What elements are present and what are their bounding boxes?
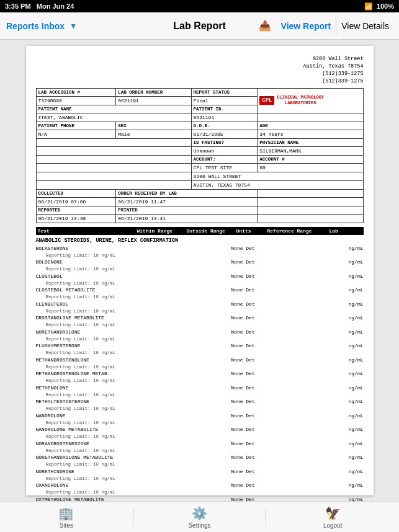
logout-label: Logout bbox=[323, 522, 343, 529]
printed-date: 06/21/2019 13:41 bbox=[116, 214, 258, 223]
test-reporting-limit: Reporting Limit: 10 ng/mL bbox=[46, 266, 364, 273]
test-row: OXYMETHOLONE METABOLITE None Det ng/mL bbox=[36, 496, 364, 502]
test-result: None Det bbox=[218, 412, 268, 420]
test-unit: ng/mL bbox=[326, 301, 364, 308]
test-name: DROSTANOLONE METABOLITE bbox=[36, 314, 160, 322]
test-name: NORETHANDROLONE METABOLITE bbox=[36, 454, 160, 461]
test-row: FLUOXYMESTERONE None Det ng/mL bbox=[36, 342, 364, 350]
test-row: DROSTANOLONE METABOLITE None Det ng/mL bbox=[36, 314, 364, 322]
test-name: BOLDENONE bbox=[36, 259, 160, 266]
test-unit: ng/mL bbox=[326, 384, 364, 392]
test-reporting-limit: Reporting Limit: 10 ng/mL bbox=[46, 336, 364, 343]
test-result: None Det bbox=[218, 468, 268, 476]
test-row: NANDROLONE METABOLITE None Det ng/mL bbox=[36, 426, 364, 433]
sites-label: Sites bbox=[60, 522, 73, 529]
is-fasting: Unknown bbox=[191, 146, 258, 155]
test-result: None Det bbox=[218, 245, 268, 252]
test-reporting-limit: Reporting Limit: 10 ng/mL bbox=[46, 378, 364, 384]
test-reporting-limit: Reporting Limit: 10 ng/mL bbox=[46, 308, 364, 315]
test-result: None Det bbox=[218, 496, 268, 502]
test-row: NORETHANDROLONE None Det ng/mL bbox=[36, 329, 364, 336]
test-reporting-limit: Reporting Limit: 10 ng/mL bbox=[46, 252, 364, 259]
test-row: BOLASTERONE None Det ng/mL bbox=[36, 245, 364, 252]
settings-icon: ⚙️ bbox=[192, 506, 207, 521]
test-result: None Det bbox=[218, 259, 268, 266]
status-bar: 3:35 PM Mon Jun 24 ️📶 100% bbox=[0, 0, 399, 12]
tab-sites[interactable]: 🏢 Sites bbox=[0, 506, 133, 529]
date-display: Mon Jun 24 bbox=[37, 2, 74, 10]
view-details-button[interactable]: View Details bbox=[336, 17, 394, 35]
accession-number: T3290890 bbox=[36, 96, 116, 105]
patient-id: 0621191 bbox=[191, 113, 258, 122]
test-row: NORETHANDROLONE METABOLITE None Det ng/m… bbox=[36, 454, 364, 461]
status-time: 3:35 PM Mon Jun 24 bbox=[5, 2, 74, 10]
test-name: METHANDROSTENOLONE bbox=[36, 357, 160, 364]
status-right: ️📶 100% bbox=[364, 2, 394, 11]
test-reporting-limit: Reporting Limit: 10 ng/mL bbox=[46, 392, 364, 399]
test-name: CLOSTEBOL METABOLITE bbox=[36, 286, 160, 294]
test-reporting-limit: Reporting Limit: 10 ng/mL bbox=[46, 364, 364, 371]
test-reporting-limit: Reporting Limit: 10 ng/mL bbox=[46, 489, 364, 496]
test-unit: ng/mL bbox=[326, 357, 364, 364]
test-row: METHENOLONE None Det ng/mL bbox=[36, 384, 364, 392]
test-unit: ng/mL bbox=[326, 454, 364, 461]
lab-info-table: LAB ACCESSION # LAB ORDER NUMBER REPORT … bbox=[36, 88, 364, 223]
reported-date: 06/21/2019 13:38 bbox=[36, 214, 116, 223]
reports-inbox-link[interactable]: Reports Inbox bbox=[6, 21, 65, 31]
logout-icon: 🦅 bbox=[325, 506, 341, 521]
patient-dob: 01/31/1985 bbox=[191, 130, 258, 138]
col-within-range: Within Range bbox=[135, 228, 185, 234]
test-result: None Det bbox=[218, 342, 268, 350]
lab-address-1: 9200 Wall Street bbox=[303, 56, 364, 63]
col-units: Units bbox=[235, 228, 266, 234]
nav-title: Lab Report bbox=[173, 20, 225, 32]
test-reporting-limit: Reporting Limit: 10 ng/mL bbox=[46, 294, 364, 301]
test-result: None Det bbox=[218, 329, 268, 336]
report-page: 9200 Wall Street Austin, Texas 78754 (51… bbox=[26, 46, 374, 495]
test-row: BOLDENONE None Det ng/mL bbox=[36, 259, 364, 266]
time-display: 3:35 PM bbox=[5, 2, 31, 10]
test-reporting-limit: Reporting Limit: 10 ng/mL bbox=[46, 476, 364, 482]
view-report-button[interactable]: View Report bbox=[276, 17, 337, 35]
test-name: BOLASTERONE bbox=[36, 245, 160, 252]
test-unit: ng/mL bbox=[326, 440, 364, 448]
column-headers: Test Within Range Outside Range Units Re… bbox=[36, 227, 364, 235]
test-name: METHENOLONE bbox=[36, 384, 160, 392]
test-reporting-limit: Reporting Limit: 10 ng/mL bbox=[46, 280, 364, 287]
test-name: NANDROLONE bbox=[36, 412, 160, 420]
test-name: OXYMETHOLONE METABOLITE bbox=[36, 496, 160, 502]
test-name: OXANDROLONE bbox=[36, 482, 160, 489]
account-number: 60 bbox=[258, 163, 363, 172]
test-reporting-limit: Reporting Limit: 10 ng/mL bbox=[46, 406, 364, 412]
test-name: NORETHANDROLONE bbox=[36, 329, 160, 336]
test-reporting-limit: Reporting Limit: 10 ng/mL bbox=[46, 350, 364, 357]
test-unit: ng/mL bbox=[326, 259, 364, 266]
patient-phone: N/A bbox=[36, 130, 116, 138]
test-unit: ng/mL bbox=[326, 482, 364, 489]
test-unit: ng/mL bbox=[326, 398, 364, 406]
test-results: BOLASTERONE None Det ng/mL Reporting Lim… bbox=[36, 245, 364, 502]
test-name: CLENBUTEROL bbox=[36, 301, 160, 308]
account-name: CPL TEST SITE bbox=[191, 163, 258, 172]
test-result: None Det bbox=[218, 301, 268, 308]
test-reporting-limit: Reporting Limit: 10 ng/mL bbox=[46, 448, 364, 454]
test-result: None Det bbox=[218, 454, 268, 461]
dropdown-arrow-icon[interactable]: ▼ bbox=[69, 22, 77, 30]
col-outside-range: Outside Range bbox=[185, 228, 235, 234]
test-result: None Det bbox=[218, 314, 268, 322]
sync-icon[interactable]: 📥 bbox=[259, 20, 271, 32]
test-unit: ng/mL bbox=[326, 496, 364, 502]
lab-phone-2: (512)339-1275 bbox=[303, 78, 364, 86]
test-result: None Det bbox=[218, 426, 268, 433]
test-unit: ng/mL bbox=[326, 426, 364, 433]
test-unit: ng/mL bbox=[326, 273, 364, 280]
tab-logout[interactable]: 🦅 Logout bbox=[266, 506, 399, 529]
report-header: 9200 Wall Street Austin, Texas 78754 (51… bbox=[36, 56, 364, 86]
lab-phone-1: (512)339-1275 bbox=[303, 71, 364, 78]
test-name: NANDROLONE METABOLITE bbox=[36, 426, 160, 433]
test-name: METHYLTESTOSTERONE bbox=[36, 398, 160, 406]
wifi-icon: ️📶 bbox=[364, 2, 373, 11]
tab-settings[interactable]: ⚙️ Settings bbox=[133, 506, 266, 529]
test-unit: ng/mL bbox=[326, 329, 364, 336]
collected-date: 06/21/2019 07:00 bbox=[36, 197, 116, 206]
